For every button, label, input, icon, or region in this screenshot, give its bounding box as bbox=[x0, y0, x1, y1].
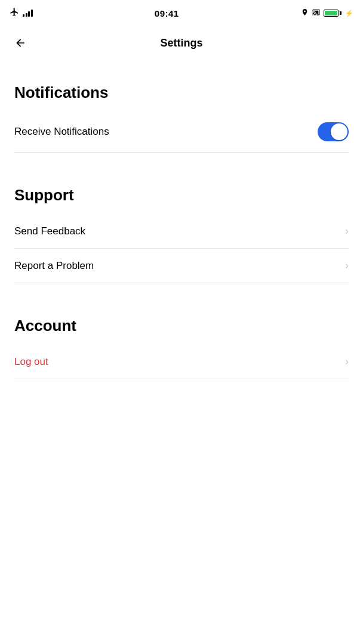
notifications-heading: Notifications bbox=[14, 83, 349, 102]
notifications-section: Notifications Receive Notifications bbox=[14, 83, 349, 153]
support-section: Support Send Feedback › Report a Problem… bbox=[14, 186, 349, 283]
receive-notifications-label: Receive Notifications bbox=[14, 126, 109, 138]
send-feedback-row[interactable]: Send Feedback › bbox=[14, 214, 349, 249]
battery-icon bbox=[324, 10, 342, 17]
support-heading: Support bbox=[14, 186, 349, 205]
notifications-toggle[interactable] bbox=[318, 122, 349, 141]
settings-content: Notifications Receive Notifications Supp… bbox=[0, 60, 363, 379]
send-feedback-chevron: › bbox=[345, 225, 349, 237]
receive-notifications-row: Receive Notifications bbox=[14, 112, 349, 153]
screen-icon bbox=[312, 8, 321, 18]
location-icon bbox=[301, 8, 309, 18]
report-problem-row[interactable]: Report a Problem › bbox=[14, 249, 349, 283]
status-left bbox=[10, 7, 33, 19]
charging-icon: ⚡ bbox=[345, 10, 353, 17]
account-section: Account Log out › bbox=[14, 317, 349, 379]
status-time: 09:41 bbox=[155, 8, 179, 18]
airplane-icon bbox=[10, 7, 19, 19]
send-feedback-label: Send Feedback bbox=[14, 225, 85, 237]
account-heading: Account bbox=[14, 317, 349, 335]
nav-bar: Settings bbox=[0, 26, 363, 60]
report-problem-label: Report a Problem bbox=[14, 260, 94, 272]
status-right: ⚡ bbox=[301, 8, 353, 18]
section-gap-2 bbox=[14, 283, 349, 305]
logout-row[interactable]: Log out › bbox=[14, 345, 349, 379]
status-bar: 09:41 ⚡ bbox=[0, 0, 363, 26]
logout-label: Log out bbox=[14, 356, 48, 368]
report-problem-chevron: › bbox=[345, 259, 349, 272]
section-gap-1 bbox=[14, 153, 349, 174]
signal-icon bbox=[23, 10, 33, 17]
logout-chevron: › bbox=[345, 355, 349, 368]
back-button[interactable] bbox=[10, 32, 31, 54]
page-title: Settings bbox=[160, 37, 202, 49]
toggle-knob bbox=[331, 123, 347, 140]
